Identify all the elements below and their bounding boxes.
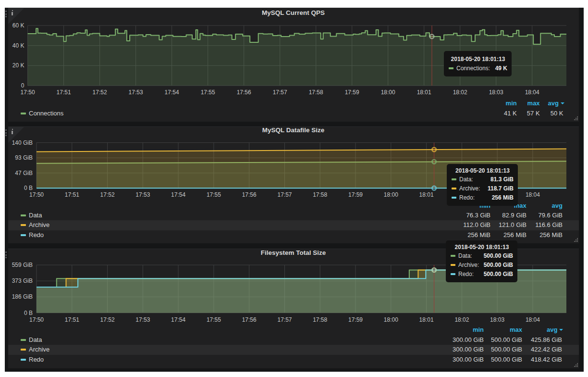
svg-text:18:04: 18:04 — [526, 316, 540, 323]
svg-text:373 GiB: 373 GiB — [12, 277, 33, 284]
svg-text:17:52: 17:52 — [100, 316, 115, 323]
svg-text:18:03: 18:03 — [490, 316, 504, 323]
svg-text:17:51: 17:51 — [65, 316, 79, 323]
svg-text:186 GiB: 186 GiB — [12, 293, 33, 300]
svg-text:17:59: 17:59 — [348, 316, 363, 323]
svg-text:17:57: 17:57 — [277, 316, 292, 323]
svg-text:17:50: 17:50 — [29, 316, 44, 323]
svg-text:17:53: 17:53 — [135, 316, 150, 323]
svg-text:18:01: 18:01 — [419, 316, 434, 323]
svg-text:17:56: 17:56 — [242, 316, 257, 323]
svg-text:17:55: 17:55 — [207, 316, 221, 323]
svg-text:18:02: 18:02 — [454, 316, 469, 323]
svg-text:17:54: 17:54 — [171, 316, 185, 323]
svg-text:0 B: 0 B — [24, 310, 33, 316]
svg-text:18:00: 18:00 — [384, 316, 398, 323]
svg-text:559 GiB: 559 GiB — [12, 262, 33, 268]
svg-text:17:58: 17:58 — [313, 316, 327, 323]
